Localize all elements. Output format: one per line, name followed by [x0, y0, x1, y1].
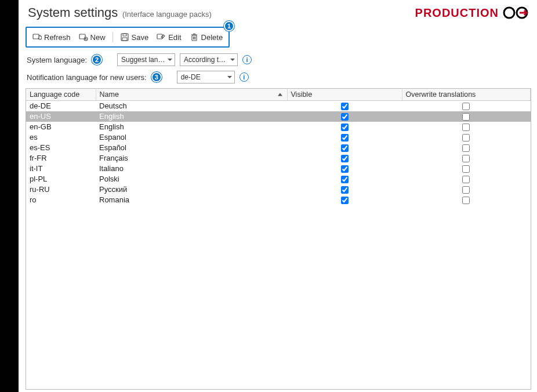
col-header-overwrite[interactable]: Overwrite translations: [402, 89, 531, 101]
overwrite-checkbox[interactable]: [462, 165, 470, 173]
cell-visible: [287, 153, 402, 164]
cell-language-code: en-US: [26, 111, 96, 122]
overwrite-checkbox[interactable]: [462, 176, 470, 183]
visible-checkbox[interactable]: [341, 124, 349, 131]
overwrite-checkbox[interactable]: [462, 186, 470, 194]
save-label: Save: [132, 33, 149, 42]
chevron-down-icon: [168, 59, 172, 61]
title-block: System settings (Interface language pack…: [28, 5, 212, 20]
system-language-row: System language: 2 Suggest lang… Accordi…: [27, 53, 534, 66]
cell-language-name: Romania: [96, 195, 287, 205]
table-row[interactable]: en-USEnglish: [26, 111, 531, 122]
table-row[interactable]: pl-PLPolski: [26, 174, 531, 184]
visible-checkbox[interactable]: [341, 144, 349, 152]
overwrite-checkbox[interactable]: [462, 144, 470, 152]
visible-checkbox[interactable]: [341, 165, 349, 173]
brand: PRODUCTION: [415, 6, 531, 20]
refresh-button[interactable]: Refresh: [31, 31, 72, 43]
visible-checkbox[interactable]: [341, 197, 349, 204]
cell-language-code: pl-PL: [26, 174, 96, 184]
header: System settings (Interface language pack…: [23, 3, 534, 24]
notification-combo-value: de-DE: [181, 73, 201, 81]
page-subtitle: (Interface language packs): [122, 10, 212, 19]
system-language-combo-1[interactable]: Suggest lang…: [117, 53, 175, 66]
table-row[interactable]: ru-RUРусский: [26, 184, 531, 195]
edit-label: Edit: [168, 33, 181, 42]
visible-checkbox[interactable]: [341, 155, 349, 162]
save-button[interactable]: Save: [119, 31, 150, 43]
cell-visible: [287, 132, 402, 143]
cell-overwrite: [402, 195, 531, 205]
visible-checkbox[interactable]: [341, 134, 349, 141]
cell-language-code: ru-RU: [26, 184, 96, 195]
edit-button[interactable]: Edit: [155, 31, 182, 43]
callout-3: 3: [151, 72, 162, 82]
notification-language-row: Notification language for new users: 3 d…: [27, 71, 534, 84]
table-row[interactable]: en-GBEnglish: [26, 122, 531, 132]
delete-label: Delete: [201, 33, 223, 42]
save-icon: [120, 32, 129, 42]
col-header-code[interactable]: Language code: [26, 89, 96, 101]
page-title: System settings: [28, 5, 118, 20]
cell-overwrite: [402, 164, 531, 174]
cell-language-name: Italiano: [96, 164, 287, 174]
visible-checkbox[interactable]: [341, 113, 349, 121]
cell-overwrite: [402, 132, 531, 143]
cell-language-name: Espanol: [96, 132, 287, 143]
cell-visible: [287, 101, 402, 111]
cell-language-code: ro: [26, 195, 96, 205]
toolbar: Refresh New Save Edit Delete 1: [26, 27, 230, 48]
new-button[interactable]: New: [78, 31, 107, 43]
overwrite-checkbox[interactable]: [462, 103, 470, 110]
combo1-value: Suggest lang…: [121, 56, 165, 64]
info-icon[interactable]: i: [240, 72, 249, 82]
table-row[interactable]: it-ITItaliano: [26, 164, 531, 174]
overwrite-checkbox[interactable]: [462, 197, 470, 204]
refresh-icon: [32, 32, 42, 42]
notification-language-combo[interactable]: de-DE: [177, 71, 235, 84]
cell-language-code: it-IT: [26, 164, 96, 174]
col-header-name[interactable]: Name: [96, 89, 287, 101]
col-header-visible[interactable]: Visible: [287, 89, 402, 101]
visible-checkbox[interactable]: [341, 186, 349, 194]
cell-overwrite: [402, 143, 531, 153]
callout-1: 1: [224, 21, 234, 31]
cell-overwrite: [402, 153, 531, 164]
cell-visible: [287, 184, 402, 195]
cell-visible: [287, 174, 402, 184]
cell-language-code: de-DE: [26, 101, 96, 111]
new-label: New: [90, 33, 106, 42]
callout-2: 2: [92, 55, 102, 65]
overwrite-checkbox[interactable]: [462, 134, 470, 141]
table-row[interactable]: es-ESEspañol: [26, 143, 531, 153]
delete-button[interactable]: Delete: [188, 31, 224, 43]
cell-visible: [287, 164, 402, 174]
system-language-label: System language:: [27, 56, 87, 64]
table-row[interactable]: fr-FRFrançais: [26, 153, 531, 164]
cell-overwrite: [402, 184, 531, 195]
info-icon[interactable]: i: [242, 55, 252, 64]
cell-visible: [287, 111, 402, 122]
overwrite-checkbox[interactable]: [462, 155, 470, 162]
visible-checkbox[interactable]: [341, 176, 349, 183]
overwrite-checkbox[interactable]: [462, 113, 470, 121]
cell-language-code: en-GB: [26, 122, 96, 132]
table-row[interactable]: esEspanol: [26, 132, 531, 143]
cell-language-name: Français: [96, 153, 287, 164]
toolbar-divider: [113, 32, 113, 42]
chevron-down-icon: [230, 59, 235, 61]
table-row[interactable]: roRomania: [26, 195, 531, 205]
brand-logo-icon: [502, 6, 531, 20]
cell-language-name: Русский: [96, 184, 287, 195]
system-language-combo-2[interactable]: According to …: [180, 53, 238, 66]
cell-overwrite: [402, 111, 531, 122]
overwrite-checkbox[interactable]: [462, 124, 470, 131]
cell-overwrite: [402, 101, 531, 111]
cell-language-name: Español: [96, 143, 287, 153]
cell-language-name: English: [96, 111, 287, 122]
cell-overwrite: [402, 122, 531, 132]
visible-checkbox[interactable]: [341, 103, 349, 110]
table-row[interactable]: de-DEDeutsch: [26, 101, 531, 111]
trash-icon: [190, 32, 199, 42]
cell-language-code: fr-FR: [26, 153, 96, 164]
